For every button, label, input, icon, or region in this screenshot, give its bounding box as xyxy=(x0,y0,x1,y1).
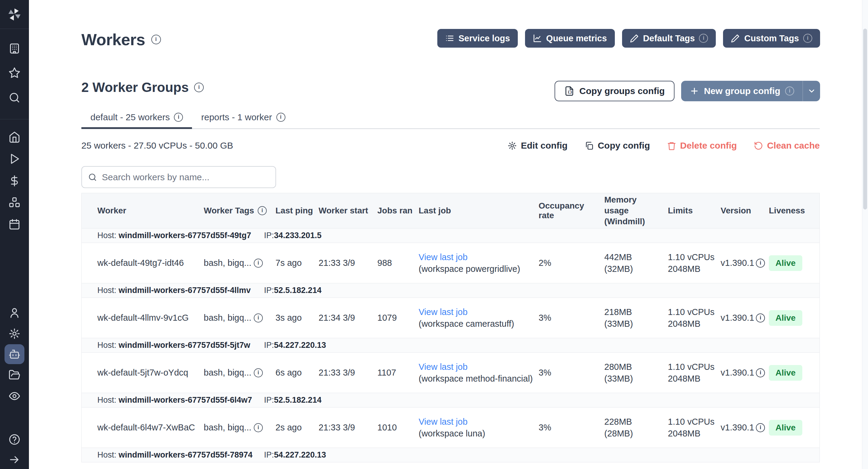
home-icon[interactable] xyxy=(8,131,21,143)
copy-config-button[interactable]: Copy config xyxy=(584,140,650,151)
info-icon[interactable] xyxy=(174,113,183,122)
favorites-star-icon[interactable] xyxy=(8,67,21,79)
queue-metrics-button[interactable]: Queue metrics xyxy=(525,29,615,48)
schedules-calendar-icon[interactable] xyxy=(8,218,21,230)
search-input[interactable] xyxy=(102,172,270,182)
help-icon[interactable] xyxy=(8,433,21,445)
last-job-workspace: (workspace method-financial) xyxy=(418,373,533,385)
edit-config-button[interactable]: Edit config xyxy=(507,140,567,151)
page-title: Workers xyxy=(82,30,161,49)
folders-folder-icon[interactable] xyxy=(8,369,21,381)
scrollbar-track[interactable] xyxy=(862,0,868,469)
view-last-job-link[interactable]: View last job xyxy=(418,306,467,318)
host-row: Host: windmill-workers-67757d55f-78974IP… xyxy=(82,448,819,462)
workers-robot-icon xyxy=(8,348,21,360)
memory-total: 228MB xyxy=(604,416,632,428)
info-icon[interactable] xyxy=(254,368,263,377)
last-job: View last job(workspace luna) xyxy=(415,408,534,447)
info-icon[interactable] xyxy=(151,35,161,44)
info-icon[interactable] xyxy=(258,206,267,215)
worker-tags-text: bash, bigq... xyxy=(204,258,251,268)
view-last-job-link[interactable]: View last job xyxy=(418,416,467,428)
worker-row: wk-default-49tg7-idt46bash, bigq... 7s a… xyxy=(82,243,819,283)
gear-icon xyxy=(507,141,517,150)
host-name: Host: windmill-workers-67757d55f-78974 xyxy=(97,450,264,460)
line-chart-icon xyxy=(533,34,542,43)
new-group-config-button[interactable]: New group config xyxy=(681,81,820,101)
billing-dollar-icon[interactable] xyxy=(8,175,21,187)
last-ping: 6s ago xyxy=(270,353,314,393)
info-icon[interactable] xyxy=(194,83,204,92)
runs-play-icon[interactable] xyxy=(8,153,21,165)
scrollbar-thumb[interactable] xyxy=(863,29,867,210)
copy-groups-config-button[interactable]: {} Copy groups config xyxy=(555,81,674,101)
custom-tags-button[interactable]: Custom Tags xyxy=(723,29,820,48)
col-last-job: Last job xyxy=(415,193,534,228)
new-group-config-dropdown[interactable] xyxy=(803,81,820,101)
worker-tags-text: bash, bigq... xyxy=(204,423,251,433)
host-value: windmill-workers-67757d55f-49tg7 xyxy=(119,231,251,240)
ip-value: 52.5.182.214 xyxy=(274,396,321,405)
ip-label: IP: xyxy=(264,396,274,405)
info-icon[interactable] xyxy=(803,34,812,43)
view-last-job-link[interactable]: View last job xyxy=(418,361,467,373)
refresh-icon xyxy=(754,141,763,150)
delete-config-button[interactable]: Delete config xyxy=(667,140,737,151)
clean-cache-button[interactable]: Clean cache xyxy=(754,140,820,151)
liveness-badge: Alive xyxy=(769,255,802,271)
jobs-ran: 1010 xyxy=(373,408,415,447)
host-value: windmill-workers-67757d55f-78974 xyxy=(119,450,253,459)
collapse-arrow-icon[interactable] xyxy=(8,454,21,466)
audit-eye-icon[interactable] xyxy=(8,390,21,402)
worker-name: wk-default-4llmv-9v1cG xyxy=(82,298,199,338)
info-icon[interactable] xyxy=(699,34,708,43)
memory-total: 280MB xyxy=(604,361,632,373)
worker-search xyxy=(82,166,276,188)
host-label: Host: xyxy=(97,396,119,405)
tab-default[interactable]: default - 25 workers xyxy=(82,112,192,128)
info-icon[interactable] xyxy=(254,313,263,322)
list-icon xyxy=(445,34,454,43)
worker-tags: bash, bigq... xyxy=(199,243,270,283)
memory-windmill: (33MB) xyxy=(604,318,633,330)
host-value: windmill-workers-67757d55f-6l4w7 xyxy=(119,396,252,405)
workspace-building-icon[interactable] xyxy=(8,42,21,55)
service-logs-button[interactable]: Service logs xyxy=(437,29,518,48)
tab-reports[interactable]: reports - 1 worker xyxy=(192,112,294,128)
info-icon[interactable] xyxy=(276,113,285,122)
host-ip: IP:34.233.201.5 xyxy=(264,231,321,240)
memory-total: 218MB xyxy=(604,306,632,318)
ip-value: 54.227.220.13 xyxy=(274,450,326,459)
view-last-job-link[interactable]: View last job xyxy=(418,251,467,263)
memory-usage: 280MB(33MB) xyxy=(600,353,663,393)
col-worker-start: Worker start xyxy=(314,193,373,228)
button-label: New group config xyxy=(704,86,780,96)
windmill-logo-icon[interactable] xyxy=(7,7,22,22)
sidebar-divider xyxy=(0,119,29,119)
default-tags-button[interactable]: Default Tags xyxy=(622,29,716,48)
users-user-icon[interactable] xyxy=(8,307,21,319)
action-label: Edit config xyxy=(521,140,567,151)
worker-tags-text: bash, bigq... xyxy=(204,368,251,378)
host-label: Host: xyxy=(97,341,119,350)
settings-gear-icon[interactable] xyxy=(8,327,21,340)
info-icon[interactable] xyxy=(254,259,263,268)
resources-boxes-icon[interactable] xyxy=(8,196,21,209)
host-value: windmill-workers-67757d55f-5jt7w xyxy=(119,341,250,350)
worker-row: wk-default-6l4w7-XwBaCbash, bigq... 2s a… xyxy=(82,408,819,448)
limits-memory: 2048MB xyxy=(668,428,701,439)
col-worker-tags: Worker Tags xyxy=(199,193,270,228)
info-icon[interactable] xyxy=(254,423,263,432)
worker-group-tabs: default - 25 workers reports - 1 worker xyxy=(82,112,820,129)
jobs-ran: 1107 xyxy=(373,353,415,393)
info-icon[interactable] xyxy=(785,87,794,96)
memory-windmill: (32MB) xyxy=(604,263,633,275)
host-row: Host: windmill-workers-67757d55f-4llmvIP… xyxy=(82,283,819,298)
action-label: Clean cache xyxy=(767,140,820,151)
search-icon[interactable] xyxy=(8,92,21,104)
memory-windmill: (28MB) xyxy=(604,428,633,439)
worker-start: 21:33 3/9 xyxy=(314,408,373,447)
host-ip: IP:52.5.182.214 xyxy=(264,286,321,295)
liveness-badge: Alive xyxy=(769,420,802,436)
sidebar-item-workers[interactable] xyxy=(4,344,24,364)
